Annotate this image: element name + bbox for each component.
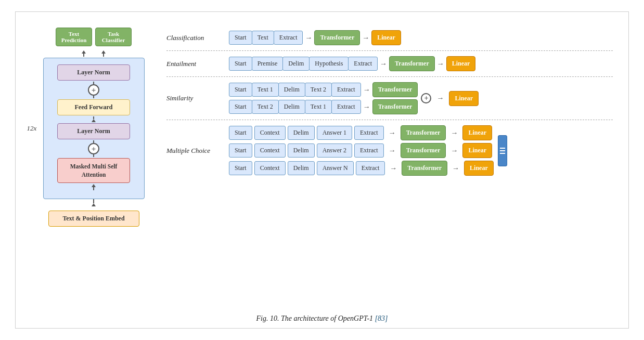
sim-seq-1: Start Text 1 Delim Text 2 Extract → Tran…: [229, 82, 418, 97]
sim-plus-circle: +: [421, 93, 431, 103]
classification-row: Classification Start Text Extract → Tran…: [166, 25, 613, 51]
arrow: →: [452, 164, 459, 173]
t-context: Context: [254, 126, 286, 140]
classification-content: Start Text Extract → Transformer → Linea…: [229, 30, 613, 45]
similarity-row: Similarity Start Text 1 Delim Text 2 Ext…: [166, 77, 613, 120]
arrow: →: [389, 147, 396, 155]
linear-ent: Linear: [446, 56, 476, 71]
arrow-to-class: [101, 50, 106, 57]
entailment-sequence: Start Premise Delim Hypothesis Extract →…: [229, 56, 613, 71]
entailment-label: Entailment: [166, 60, 229, 68]
t-ans1: Answer 1: [317, 126, 352, 140]
t-text1: Text 1: [305, 100, 332, 114]
t-delim: Delim: [288, 161, 315, 175]
arrow: →: [363, 86, 370, 94]
t-extract: Extract: [331, 100, 361, 114]
entailment-content: Start Premise Delim Hypothesis Extract →…: [229, 56, 613, 71]
caption-ref: [83]: [375, 315, 388, 322]
arrow: →: [389, 129, 396, 137]
t-start: Start: [229, 161, 252, 175]
arrow1: →: [305, 34, 312, 42]
transformer-ent: Transformer: [389, 56, 435, 71]
t-delim: Delim: [288, 126, 315, 140]
t-extract: Extract: [354, 126, 384, 140]
mc-label: Multiple Choice: [166, 147, 229, 155]
mc-row-3: Start Context Delim Answer N Extract → T…: [229, 161, 494, 176]
t-delim: Delim: [278, 100, 305, 114]
transformer-mc2: Transformer: [401, 143, 446, 158]
arrow: →: [363, 103, 370, 111]
t-start: Start: [229, 143, 252, 158]
diagram-container: Text Prediction Task Classifier 12x Laye…: [15, 11, 629, 329]
t-text2: Text 2: [252, 100, 279, 114]
right-panel: Classification Start Text Extract → Tran…: [166, 22, 613, 310]
token-text: Text: [252, 31, 274, 45]
text-prediction-box: Text Prediction: [56, 28, 92, 46]
arrow: →: [450, 129, 458, 137]
mc-row-2: Start Context Delim Answer 2 Extract → T…: [229, 143, 494, 158]
similarity-label: Similarity: [166, 94, 229, 102]
linear-mc3: Linear: [464, 161, 494, 176]
t-start: Start: [229, 83, 252, 97]
arrow: →: [390, 164, 397, 173]
main-content: Text Prediction Task Classifier 12x Laye…: [31, 22, 613, 310]
embed-box: Text & Position Embed: [48, 211, 139, 227]
arrow2: →: [437, 60, 444, 68]
sim-seq-2: Start Text 2 Delim Text 1 Extract → Tran…: [229, 99, 418, 114]
mc-content: Start Context Delim Answer 1 Extract → T…: [229, 125, 613, 176]
linear-mc2: Linear: [462, 143, 492, 158]
left-panel: Text Prediction Task Classifier 12x Laye…: [31, 22, 156, 310]
masked-attn-box: Masked Multi Self Attention: [57, 158, 130, 183]
arrow-to-pred: [82, 50, 86, 57]
add-circle-2: +: [88, 143, 99, 154]
t-text2: Text 2: [305, 83, 332, 97]
token-extract: Extract: [274, 31, 303, 45]
t-ansN: Answer N: [317, 161, 354, 175]
transformer-1: Transformer: [314, 30, 360, 45]
token-delim: Delim: [282, 57, 310, 71]
token-hypothesis: Hypothesis: [309, 57, 349, 71]
t-start: Start: [229, 100, 252, 114]
linear-1: Linear: [371, 30, 401, 45]
transformer-block: 12x Layer Norm + Feed Forward Layer: [43, 58, 145, 199]
transformer-mc3: Transformer: [402, 161, 447, 176]
figure-caption: Fig. 10. The architecture of OpenGPT-1 […: [256, 315, 388, 323]
entailment-row: Entailment Start Premise Delim Hypothesi…: [166, 51, 613, 77]
similarity-sequences: Start Text 1 Delim Text 2 Extract → Tran…: [229, 82, 418, 114]
classification-sequence: Start Text Extract → Transformer → Linea…: [229, 30, 613, 45]
classification-label: Classification: [166, 34, 229, 42]
task-classifier-box: Task Classifier: [95, 28, 132, 46]
t-context: Context: [254, 143, 286, 158]
arrow1: →: [380, 60, 387, 68]
transformer-mc1: Transformer: [401, 125, 446, 140]
similarity-content: Start Text 1 Delim Text 2 Extract → Tran…: [229, 82, 613, 114]
token-start: Start: [229, 57, 252, 71]
token-extract: Extract: [348, 57, 378, 71]
layer-norm-2: Layer Norm: [57, 123, 130, 139]
add-circle-1: +: [88, 84, 99, 96]
transformer-sim2: Transformer: [372, 99, 418, 114]
twelve-x-label: 12x: [27, 124, 37, 133]
layer-norm-1: Layer Norm: [57, 64, 130, 81]
t-ans2: Answer 2: [317, 143, 352, 158]
arrow2: →: [362, 34, 369, 42]
token-premise: Premise: [252, 57, 284, 71]
t-extract: Extract: [331, 83, 361, 97]
caption-text: Fig. 10. The architecture of OpenGPT-1: [256, 315, 375, 322]
t-start: Start: [229, 126, 252, 140]
mc-sequences: Start Context Delim Answer 1 Extract → T…: [229, 125, 494, 176]
t-delim: Delim: [278, 83, 305, 97]
linear-mc1: Linear: [462, 125, 492, 140]
transformer-sim1: Transformer: [372, 82, 418, 97]
t-delim: Delim: [288, 143, 315, 158]
multiple-choice-row: Multiple Choice Start Context Delim Answ…: [166, 120, 613, 181]
t-text1: Text 1: [252, 83, 279, 97]
t-extract: Extract: [354, 143, 384, 158]
mc-combiner: [498, 135, 507, 166]
linear-sim: Linear: [449, 91, 479, 106]
feed-forward-box: Feed Forward: [57, 99, 130, 115]
arrow: →: [436, 94, 444, 102]
mc-row-1: Start Context Delim Answer 1 Extract → T…: [229, 125, 494, 140]
t-context: Context: [254, 161, 286, 175]
top-outputs: Text Prediction Task Classifier: [56, 28, 132, 46]
